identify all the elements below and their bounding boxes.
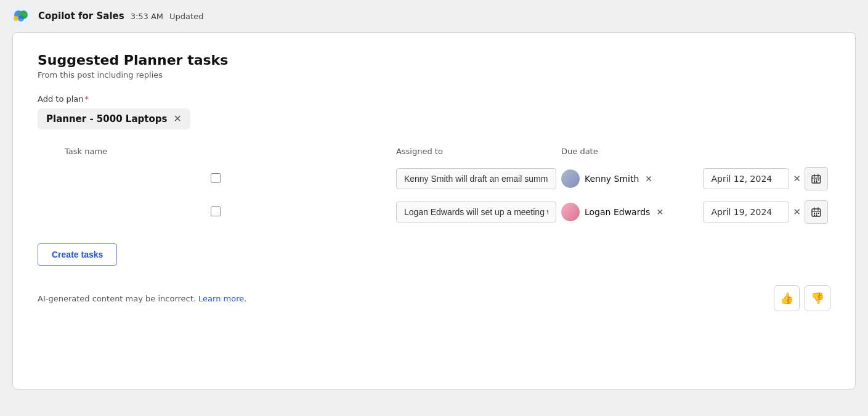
due-date-cell-2: April 19, 2024 ✕ (700, 195, 830, 229)
due-date-value-1: April 12, 2024 (703, 168, 789, 189)
table-row: Kenny Smith ✕ April 12, 2024 ✕ (38, 162, 830, 195)
footer-text: AI-generated content may be incorrect. L… (38, 294, 246, 303)
assignee-remove-icon-1[interactable]: ✕ (645, 174, 652, 184)
task-name-input-2[interactable] (396, 202, 556, 222)
footer-row: AI-generated content may be incorrect. L… (38, 285, 830, 311)
assignee-cell-1: Kenny Smith ✕ (559, 162, 700, 195)
svg-rect-21 (814, 214, 815, 216)
top-bar-time: 3:53 AM (131, 12, 163, 21)
svg-rect-12 (814, 181, 815, 182)
svg-rect-11 (818, 179, 819, 181)
thumbs-down-button[interactable]: 👎 (805, 285, 830, 311)
calendar-icon-1 (811, 173, 822, 184)
avatar-2 (561, 203, 580, 221)
calendar-button-1[interactable] (805, 167, 828, 190)
thumbs-up-button[interactable]: 👍 (774, 285, 800, 311)
due-date-clear-icon-2[interactable]: ✕ (793, 206, 801, 218)
svg-rect-22 (816, 214, 817, 216)
assignee-name-2: Logan Edwards (585, 207, 650, 217)
col-task-header: Task name (38, 147, 394, 162)
svg-rect-18 (814, 213, 815, 214)
task-checkbox-1[interactable] (211, 173, 221, 183)
col-assigned-header: Assigned to (394, 147, 559, 162)
section-title: Suggested Planner tasks (38, 52, 830, 68)
task-checkbox-cell (38, 162, 394, 195)
plan-tag[interactable]: Planner - 5000 Laptops ✕ (38, 108, 190, 129)
calendar-button-2[interactable] (805, 200, 828, 224)
top-bar: Copilot for Sales 3:53 AM Updated (0, 0, 868, 32)
svg-point-3 (18, 15, 24, 22)
tasks-table: Task name Assigned to Due date Kenny Smi… (38, 147, 830, 229)
assignee-remove-icon-2[interactable]: ✕ (656, 207, 663, 217)
due-date-clear-icon-1[interactable]: ✕ (793, 173, 801, 184)
svg-rect-10 (816, 179, 817, 181)
section-subtitle: From this post including replies (38, 70, 830, 80)
calendar-icon-2 (811, 206, 822, 218)
required-marker: * (85, 94, 89, 104)
top-bar-status: Updated (169, 12, 203, 21)
svg-rect-13 (816, 181, 817, 182)
svg-rect-20 (818, 213, 819, 214)
svg-rect-19 (816, 213, 817, 214)
plan-tag-close-icon[interactable]: ✕ (173, 114, 181, 124)
col-due-header: Due date (559, 147, 700, 162)
app-logo-icon (10, 5, 32, 27)
task-checkbox-cell (38, 195, 394, 229)
main-card: Suggested Planner tasks From this post i… (12, 32, 856, 389)
svg-point-4 (14, 16, 18, 21)
task-checkbox-2[interactable] (211, 206, 221, 216)
learn-more-link[interactable]: Learn more. (198, 294, 246, 303)
thumbs-up-icon: 👍 (780, 292, 793, 305)
due-date-cell-1: April 12, 2024 ✕ (700, 162, 830, 195)
task-name-input-1[interactable] (396, 168, 556, 189)
task-name-cell-1 (394, 162, 559, 195)
svg-rect-9 (814, 179, 815, 181)
app-title: Copilot for Sales (38, 10, 124, 22)
task-name-cell-2 (394, 195, 559, 229)
table-row: Logan Edwards ✕ April 19, 2024 ✕ (38, 195, 830, 229)
add-to-plan-label: Add to plan* (38, 94, 830, 104)
assignee-cell-2: Logan Edwards ✕ (559, 195, 700, 229)
plan-tag-label: Planner - 5000 Laptops (46, 113, 167, 124)
assignee-name-1: Kenny Smith (585, 174, 639, 184)
thumbs-down-icon: 👎 (811, 292, 824, 305)
feedback-buttons: 👍 👎 (774, 285, 830, 311)
avatar-1 (561, 169, 580, 188)
create-tasks-button[interactable]: Create tasks (38, 243, 117, 266)
due-date-value-2: April 19, 2024 (703, 202, 789, 222)
table-header-row: Task name Assigned to Due date (38, 147, 830, 162)
